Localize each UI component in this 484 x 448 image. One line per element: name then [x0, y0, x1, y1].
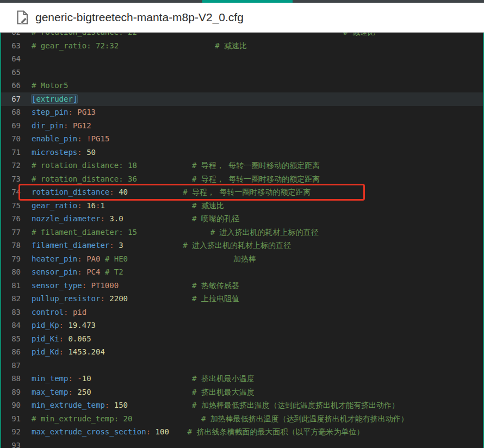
file-edit-icon	[16, 10, 29, 25]
line-number: 91	[0, 412, 21, 426]
code-row: 82pullup_resistor: 2200 # 上拉电阻值	[0, 292, 484, 306]
code-line[interactable]: [extruder]	[32, 92, 77, 106]
code-row: 64	[0, 52, 484, 66]
code-row: 69dir_pin: PG12	[0, 119, 484, 133]
code-row: 67[extruder]	[0, 92, 484, 106]
line-number: 93	[0, 439, 21, 448]
code-row: 80sensor_pin: PC4 # T2	[0, 265, 484, 279]
top-accent-bar	[0, 0, 484, 3]
code-line[interactable]: pullup_resistor: 2200 # 上拉电阻值	[32, 292, 239, 306]
code-row: 87	[0, 359, 484, 372]
code-line[interactable]: max_extrude_cross_section: 100 # 挤出线条横截面…	[32, 425, 364, 439]
code-row: 79heater_pin: PA0 # HE0 加热棒	[0, 252, 484, 266]
line-number: 89	[0, 385, 21, 399]
code-row: 84pid_Kp: 19.473	[0, 319, 484, 332]
code-line[interactable]: control: pid	[32, 306, 86, 319]
line-number: 81	[0, 279, 21, 293]
code-row: 73# rotation_distance: 36 # 导程， 每转一圈时移动的…	[0, 172, 484, 186]
code-line[interactable]: sensor_type: PT1000 # 热敏传感器	[32, 279, 239, 293]
line-number: 77	[0, 226, 21, 239]
line-number: 63	[0, 39, 21, 53]
line-number: 69	[0, 119, 21, 133]
code-row: 71microsteps: 50	[0, 146, 484, 159]
line-number: 79	[0, 252, 21, 266]
code-line[interactable]: heater_pin: PA0 # HE0 加热棒	[32, 252, 256, 266]
line-number: 76	[0, 212, 21, 226]
code-row: 85pid_Ki: 0.065	[0, 332, 484, 346]
code-row: 68step_pin: PG13	[0, 105, 484, 119]
code-line[interactable]: step_pin: PG13	[32, 105, 96, 119]
code-row: 81sensor_type: PT1000 # 热敏传感器	[0, 279, 484, 293]
file-title-bar: generic-bigtreetech-manta-m8p-V2_0.cfg	[0, 3, 484, 33]
code-row: 74rotation_distance: 40 # 导程， 每转一圈时移动的额定…	[0, 185, 484, 199]
left-edge-accent	[0, 33, 1, 448]
code-line[interactable]: min_temp: -10 # 挤出机最小温度	[32, 372, 255, 385]
line-number: 68	[0, 105, 21, 119]
code-row: 76nozzle_diameter: 3.0 # 喷嘴的孔径	[0, 212, 484, 226]
code-line[interactable]: nozzle_diameter: 3.0 # 喷嘴的孔径	[32, 212, 239, 226]
line-number: 83	[0, 306, 21, 319]
code-line[interactable]: pid_Kd: 1453.204	[32, 345, 105, 359]
file-name: generic-bigtreetech-manta-m8p-V2_0.cfg	[35, 11, 244, 24]
code-line[interactable]: rotation_distance: 40 # 导程， 每转一圈时移动的额定距离	[32, 185, 311, 199]
line-number: 74	[0, 185, 21, 199]
line-number: 66	[0, 79, 21, 92]
line-number: 75	[0, 199, 21, 213]
code-row: 89max_temp: 250 # 挤出机最大温度	[0, 385, 484, 399]
code-line[interactable]: # rotation_distance: 36 # 导程， 每转一圈时移动的额定…	[32, 172, 320, 186]
code-line[interactable]: # filament_diameter: 15 # 进入挤出机的耗材上标的直径	[32, 226, 319, 239]
line-number: 82	[0, 292, 21, 306]
code-row: 88min_temp: -10 # 挤出机最小温度	[0, 372, 484, 385]
code-line[interactable]: # Motor5	[32, 79, 68, 92]
code-line[interactable]: min_extrude_temp: 150 # 加热棒最低挤出温度（达到此温度挤…	[32, 399, 399, 412]
line-number: 92	[0, 425, 21, 439]
line-number: 65	[0, 66, 21, 79]
code-row: 65	[0, 66, 484, 79]
code-line[interactable]: pid_Ki: 0.065	[32, 332, 91, 346]
code-line[interactable]: gear_ratio: 16:1 # 减速比	[32, 199, 224, 213]
line-number: 85	[0, 332, 21, 346]
code-row: 75gear_ratio: 16:1 # 减速比	[0, 199, 484, 213]
line-number: 67	[0, 92, 21, 106]
code-line[interactable]: # gear_ratio: 72:32 # 减速比	[32, 39, 247, 53]
code-row: 86pid_Kd: 1453.204	[0, 345, 484, 359]
line-number: 86	[0, 345, 21, 359]
code-line[interactable]: sensor_pin: PC4 # T2	[32, 265, 123, 279]
code-line[interactable]: pid_Kp: 19.473	[32, 319, 96, 332]
code-row: 77# filament_diameter: 15 # 进入挤出机的耗材上标的直…	[0, 226, 484, 239]
line-number: 78	[0, 239, 21, 252]
line-number: 80	[0, 265, 21, 279]
code-line[interactable]: # rotation_distance: 22 # 减速比	[32, 33, 375, 39]
code-row: 90min_extrude_temp: 150 # 加热棒最低挤出温度（达到此温…	[0, 399, 484, 412]
code-row: 93	[0, 439, 484, 448]
line-number: 84	[0, 319, 21, 332]
line-number: 90	[0, 399, 21, 412]
code-line[interactable]: # min_extrude_temp: 20 # 加热棒最低挤出温度（达到此温度…	[32, 412, 408, 426]
code-line[interactable]: microsteps: 50	[32, 146, 96, 159]
code-line[interactable]: enable_pin: !PG15	[32, 132, 109, 146]
code-line[interactable]: max_temp: 250 # 挤出机最大温度	[32, 385, 255, 399]
code-row: 78filament_diameter: 3 # 进入挤出机的耗材上标的直径	[0, 239, 484, 252]
line-number: 87	[0, 359, 21, 372]
code-row: 63# gear_ratio: 72:32 # 减速比	[0, 39, 484, 53]
code-editor[interactable]: 62# rotation_distance: 22 # 减速比63# gear_…	[0, 33, 484, 448]
line-number: 64	[0, 52, 21, 66]
code-row: 70enable_pin: !PG15	[0, 132, 484, 146]
top-accent-highlight	[202, 0, 293, 3]
code-line[interactable]: # rotation_distance: 18 # 导程， 每转一圈时移动的额定…	[32, 159, 320, 172]
code-row: 91# min_extrude_temp: 20 # 加热棒最低挤出温度（达到此…	[0, 412, 484, 426]
line-number: 62	[0, 33, 21, 39]
code-line[interactable]: dir_pin: PG12	[32, 119, 91, 133]
code-row: 62# rotation_distance: 22 # 减速比	[0, 33, 484, 39]
line-number: 70	[0, 132, 21, 146]
line-number: 88	[0, 372, 21, 385]
code-line[interactable]: filament_diameter: 3 # 进入挤出机的耗材上标的直径	[32, 239, 291, 252]
code-row: 72# rotation_distance: 18 # 导程， 每转一圈时移动的…	[0, 159, 484, 172]
line-number: 71	[0, 146, 21, 159]
code-row: 83control: pid	[0, 306, 484, 319]
line-number: 72	[0, 159, 21, 172]
line-number: 73	[0, 172, 21, 186]
code-row: 66# Motor5	[0, 79, 484, 92]
code-row: 92max_extrude_cross_section: 100 # 挤出线条横…	[0, 425, 484, 439]
